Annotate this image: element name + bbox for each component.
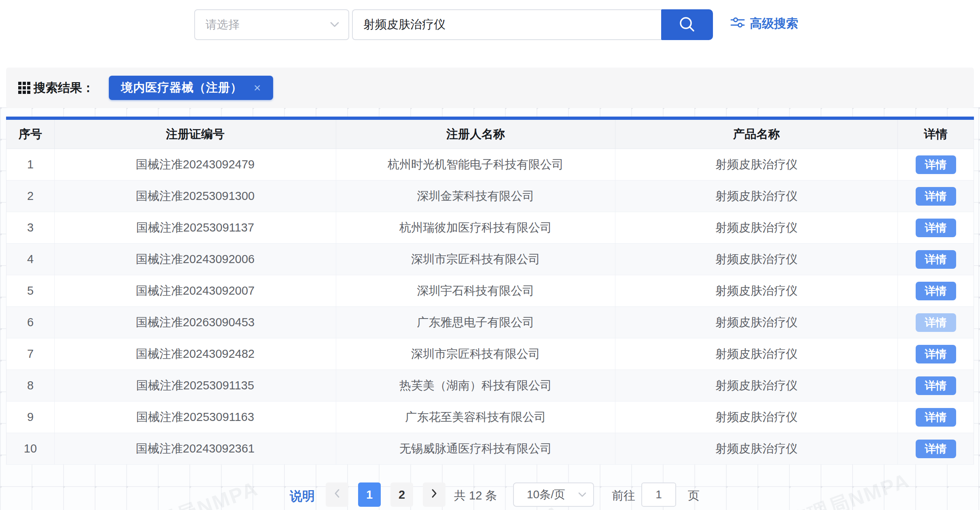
filter-tag-label: 境内医疗器械（注册） <box>121 80 242 96</box>
note-link[interactable]: 说明 <box>290 488 315 505</box>
detail-cell: 详情 <box>898 307 974 338</box>
results-bar: 搜索结果： 境内医疗器械（注册） × <box>6 68 974 108</box>
no-cell: 2 <box>6 181 55 212</box>
header-product: 产品名称 <box>615 120 898 149</box>
detail-cell: 详情 <box>898 402 974 433</box>
chevron-left-icon <box>333 488 341 502</box>
search-button[interactable] <box>661 9 713 40</box>
registrant-cell: 热芙美（湖南）科技有限公司 <box>336 370 615 402</box>
reg-no-cell: 国械注准20243092479 <box>55 149 336 181</box>
reg-no-cell: 国械注准20243092482 <box>55 338 336 370</box>
table-row: 8国械注准20253091135热芙美（湖南）科技有限公司射频皮肤治疗仪详情 <box>6 370 974 402</box>
search-bar <box>352 9 713 40</box>
product-cell: 射频皮肤治疗仪 <box>615 402 898 433</box>
header-detail: 详情 <box>898 120 974 149</box>
table-body: 1国械注准20243092479杭州时光机智能电子科技有限公司射频皮肤治疗仪详情… <box>6 149 974 465</box>
no-cell: 10 <box>6 433 55 465</box>
advanced-search-label: 高级搜索 <box>750 15 798 32</box>
chevron-right-icon <box>431 488 438 502</box>
table-row: 10国械注准20243092361无锡威脉通医疗科技有限公司射频皮肤治疗仪详情 <box>6 433 974 465</box>
detail-button[interactable]: 详情 <box>916 187 956 206</box>
detail-button[interactable]: 详情 <box>916 345 956 363</box>
registrant-cell: 杭州时光机智能电子科技有限公司 <box>336 149 615 181</box>
registrant-cell: 深圳金茉科技有限公司 <box>336 181 615 212</box>
detail-cell: 详情 <box>898 212 974 244</box>
detail-cell: 详情 <box>898 338 974 370</box>
search-input[interactable] <box>352 9 661 40</box>
no-cell: 8 <box>6 370 55 402</box>
detail-cell: 详情 <box>898 275 974 307</box>
registrant-cell: 深圳市宗匠科技有限公司 <box>336 244 615 275</box>
no-cell: 5 <box>6 275 55 307</box>
detail-button[interactable]: 详情 <box>916 440 956 458</box>
chevron-down-icon <box>578 492 587 497</box>
detail-button[interactable]: 详情 <box>916 282 956 300</box>
detail-button[interactable]: 详情 <box>916 313 956 332</box>
table-header-row: 序号 注册证编号 注册人名称 产品名称 详情 <box>6 120 974 149</box>
page-button-1[interactable]: 1 <box>358 482 381 507</box>
registrant-cell: 广东雅思电子有限公司 <box>336 307 615 338</box>
no-cell: 1 <box>6 149 55 181</box>
reg-no-cell: 国械注准20243092007 <box>55 275 336 307</box>
registrant-cell: 深圳宇石科技有限公司 <box>336 275 615 307</box>
table-row: 5国械注准20243092007深圳宇石科技有限公司射频皮肤治疗仪详情 <box>6 275 974 307</box>
goto-label: 前往 <box>612 488 635 504</box>
search-icon <box>678 15 696 35</box>
tag-close-icon[interactable]: × <box>254 81 261 95</box>
header-registrant: 注册人名称 <box>336 120 615 149</box>
reg-no-cell: 国械注准20253091300 <box>55 181 336 212</box>
filter-tag[interactable]: 境内医疗器械（注册） × <box>109 76 273 100</box>
detail-button[interactable]: 详情 <box>916 376 956 395</box>
goto-suffix: 页 <box>688 488 700 504</box>
no-cell: 3 <box>6 212 55 244</box>
prev-page-button[interactable] <box>326 482 348 507</box>
results-label: 搜索结果： <box>34 80 94 96</box>
detail-cell: 详情 <box>898 433 974 465</box>
detail-button[interactable]: 详情 <box>916 219 956 237</box>
table-row: 3国械注准20253091137杭州瑞彼加医疗科技有限公司射频皮肤治疗仪详情 <box>6 212 974 244</box>
page-button-2[interactable]: 2 <box>390 482 413 507</box>
product-cell: 射频皮肤治疗仪 <box>615 307 898 338</box>
header-no: 序号 <box>6 120 55 149</box>
reg-no-cell: 国械注准20253091163 <box>55 402 336 433</box>
product-cell: 射频皮肤治疗仪 <box>615 275 898 307</box>
registrant-cell: 深圳市宗匠科技有限公司 <box>336 338 615 370</box>
table-row: 7国械注准20243092482深圳市宗匠科技有限公司射频皮肤治疗仪详情 <box>6 338 974 370</box>
no-cell: 6 <box>6 307 55 338</box>
product-cell: 射频皮肤治疗仪 <box>615 212 898 244</box>
goto-page-input[interactable] <box>641 482 676 507</box>
detail-button[interactable]: 详情 <box>916 250 956 269</box>
detail-cell: 详情 <box>898 149 974 181</box>
reg-no-cell: 国械注准20253091137 <box>55 212 336 244</box>
registrant-cell: 杭州瑞彼加医疗科技有限公司 <box>336 212 615 244</box>
product-cell: 射频皮肤治疗仪 <box>615 433 898 465</box>
no-cell: 9 <box>6 402 55 433</box>
product-cell: 射频皮肤治疗仪 <box>615 244 898 275</box>
reg-no-cell: 国械注准20263090453 <box>55 307 336 338</box>
filter-sliders-icon <box>730 15 745 32</box>
reg-no-cell: 国械注准20243092006 <box>55 244 336 275</box>
grid-icon <box>18 82 30 94</box>
next-page-button[interactable] <box>423 482 445 507</box>
detail-cell: 详情 <box>898 181 974 212</box>
nmpa-watermark: 国家药品监督管理局NMPA <box>664 467 913 510</box>
detail-button[interactable]: 详情 <box>916 155 956 174</box>
product-cell: 射频皮肤治疗仪 <box>615 149 898 181</box>
results-table: 序号 注册证编号 注册人名称 产品名称 详情 1国械注准20243092479杭… <box>6 117 974 465</box>
registrant-cell: 无锡威脉通医疗科技有限公司 <box>336 433 615 465</box>
nmpa-watermark: 国家药品监督管理局NMPA <box>12 475 262 510</box>
table-row: 2国械注准20253091300深圳金茉科技有限公司射频皮肤治疗仪详情 <box>6 181 974 212</box>
detail-button[interactable]: 详情 <box>916 408 956 427</box>
category-select[interactable]: 请选择 <box>194 9 349 40</box>
advanced-search-link[interactable]: 高级搜索 <box>730 15 798 32</box>
page-size-value: 10条/页 <box>527 487 578 502</box>
category-select-placeholder: 请选择 <box>206 17 330 32</box>
header-reg-no: 注册证编号 <box>55 120 336 149</box>
product-cell: 射频皮肤治疗仪 <box>615 181 898 212</box>
registrant-cell: 广东花至美容科技有限公司 <box>336 402 615 433</box>
table-row: 6国械注准20263090453广东雅思电子有限公司射频皮肤治疗仪详情 <box>6 307 974 338</box>
no-cell: 7 <box>6 338 55 370</box>
total-count: 共 12 条 <box>454 488 497 504</box>
page-size-select[interactable]: 10条/页 <box>513 482 594 507</box>
table-row: 1国械注准20243092479杭州时光机智能电子科技有限公司射频皮肤治疗仪详情 <box>6 149 974 181</box>
